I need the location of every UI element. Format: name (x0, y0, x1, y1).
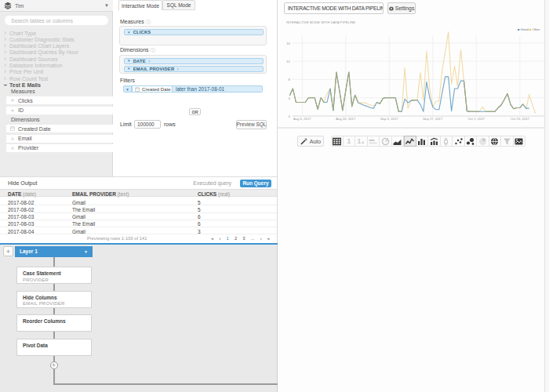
svg-text:Oct 15, 2017: Oct 15, 2017 (511, 117, 530, 121)
svg-text:Aug 20, 2017: Aug 20, 2017 (336, 117, 356, 121)
svg-text:Sep 3, 2017: Sep 3, 2017 (380, 117, 398, 121)
svg-text:8: 8 (289, 78, 291, 82)
svg-text:4: 4 (289, 96, 291, 100)
svg-text:Oct 1, 2017: Oct 1, 2017 (467, 117, 485, 121)
svg-text:Sep 17, 2017: Sep 17, 2017 (423, 117, 443, 121)
svg-text:Aug 6, 2017: Aug 6, 2017 (293, 117, 311, 121)
svg-text:12: 12 (286, 60, 290, 64)
svg-text:16: 16 (286, 42, 290, 45)
svg-text:0: 0 (289, 114, 291, 118)
